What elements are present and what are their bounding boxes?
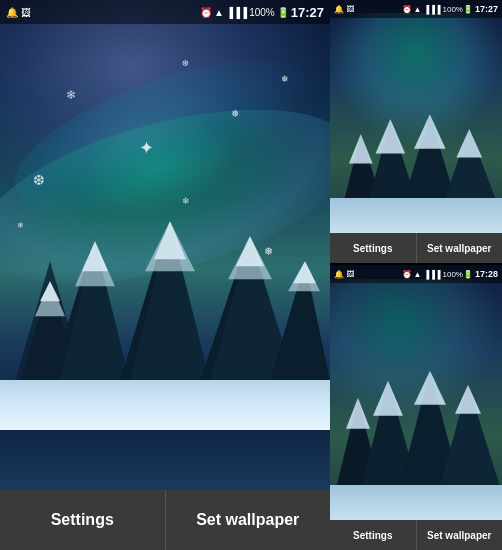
signal-icon: ▐▐▐ [226,7,247,18]
rb-img-icon: 🖼 [346,270,354,279]
snowflake-1: ❄ [66,88,76,102]
right-bottom-time: 17:28 [475,269,498,279]
right-top-status-right: ⏰ ▲ ▐▐▐ 100%🔋 17:27 [402,4,498,14]
svg-marker-18 [293,261,316,283]
svg-marker-25 [414,114,446,149]
right-bottom-ground [330,485,502,520]
left-status-right: ⏰ ▲ ▐▐▐ 100% 🔋 17:27 [200,5,324,20]
set-wallpaper-button-left[interactable]: Set wallpaper [166,490,331,550]
svg-marker-33 [414,370,446,404]
right-bottom-trees-svg [330,310,502,495]
snowflake-7: ❆ [182,59,189,68]
rt-wifi: ▲ [414,5,422,14]
right-top-time: 17:27 [475,4,498,14]
rt-battery: 100%🔋 [443,5,473,14]
left-status-icons: 🔔 🖼 [6,7,31,18]
right-top-preview: 🔔 🖼 ⏰ ▲ ▐▐▐ 100%🔋 17:27 [330,0,502,265]
svg-marker-23 [349,134,373,164]
right-top-status-icons: 🔔 🖼 [334,5,354,14]
rt-notif-icon: 🔔 [334,5,344,14]
rt-img-icon: 🖼 [346,5,354,14]
snowflake-9: ❅ [281,74,289,84]
set-wallpaper-button-right-bottom[interactable]: Set wallpaper [417,520,503,550]
alarm-icon: ⏰ [200,7,212,18]
right-bottom-preview: 🔔 🖼 ⏰ ▲ ▐▐▐ 100%🔋 17:28 [330,265,502,550]
settings-button-right-bottom[interactable]: Settings [330,520,417,550]
settings-button-right-top[interactable]: Settings [330,233,417,263]
svg-marker-31 [346,397,370,428]
right-top-trees-svg [330,55,502,213]
rb-battery: 100%🔋 [443,270,473,279]
left-panel: 🔔 🖼 ⏰ ▲ ▐▐▐ 100% 🔋 17:27 ✦ ❄ ❅ ❆ ❄ ❅ ✦ ❆… [0,0,330,550]
rt-signal: ▐▐▐ [423,5,440,14]
right-top-bar: Settings Set wallpaper [330,233,502,263]
bottom-bar-left: Settings Set wallpaper [0,490,330,550]
rt-alarm: ⏰ [402,5,412,14]
notification-icon: 🔔 [6,7,18,18]
right-top-ground [330,198,502,233]
battery-text: 100% [249,7,275,18]
svg-marker-17 [236,236,264,266]
right-bottom-bar: Settings Set wallpaper [330,520,502,550]
svg-marker-16 [154,221,186,259]
right-panel: 🔔 🖼 ⏰ ▲ ▐▐▐ 100%🔋 17:27 [330,0,502,550]
rb-signal: ▐▐▐ [423,270,440,279]
time-left: 17:27 [291,5,324,20]
rb-notif-icon: 🔔 [334,270,344,279]
photo-icon: 🖼 [21,7,31,18]
settings-button-left[interactable]: Settings [0,490,166,550]
rb-wifi: ▲ [414,270,422,279]
left-wallpaper: ✦ ❄ ❅ ❆ ❄ ❅ ✦ ❆ ❄ ❅ [0,0,330,490]
rb-alarm: ⏰ [402,270,412,279]
right-bottom-status-right: ⏰ ▲ ▐▐▐ 100%🔋 17:28 [402,269,498,279]
battery-icon: 🔋 [277,7,289,18]
svg-marker-26 [456,129,482,158]
set-wallpaper-button-right-top[interactable]: Set wallpaper [417,233,503,263]
status-bar-right-top: 🔔 🖼 ⏰ ▲ ▐▐▐ 100%🔋 17:27 [330,0,502,18]
svg-marker-34 [455,384,481,413]
svg-marker-15 [82,241,108,271]
status-bar-right-bottom: 🔔 🖼 ⏰ ▲ ▐▐▐ 100%🔋 17:28 [330,265,502,283]
svg-marker-32 [373,380,403,415]
right-bottom-status-icons: 🔔 🖼 [334,270,354,279]
ground-snow [0,380,330,430]
status-bar-left: 🔔 🖼 ⏰ ▲ ▐▐▐ 100% 🔋 17:27 [0,0,330,24]
wifi-icon: ▲ [214,7,224,18]
svg-marker-24 [376,119,406,154]
